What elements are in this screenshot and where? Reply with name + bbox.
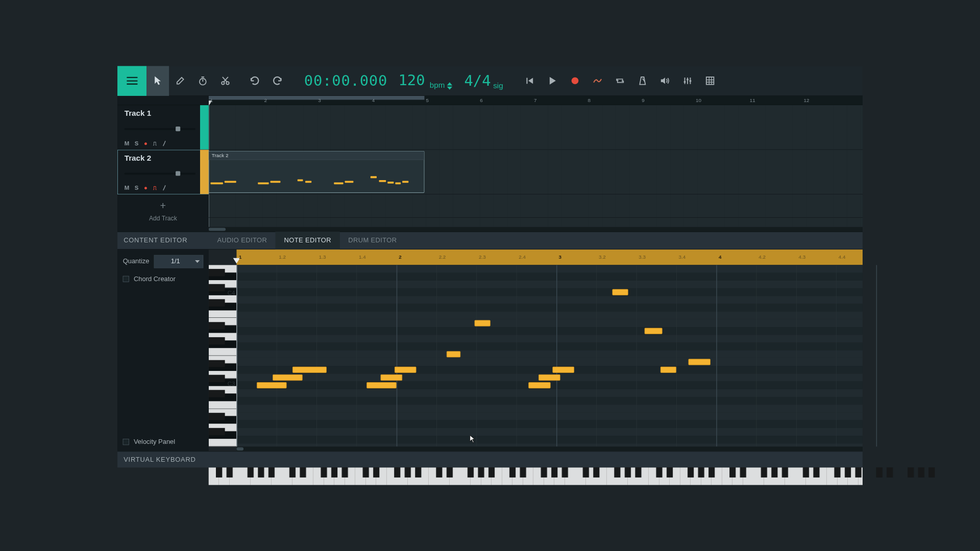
track-name: Track 2 [125, 154, 204, 162]
editor-tab-audio-editor[interactable]: AUDIO EDITOR [209, 232, 276, 249]
svg-rect-14 [689, 80, 691, 82]
midi-note[interactable] [273, 374, 303, 381]
noteeditor-hscroll-thumb[interactable] [236, 447, 243, 450]
mute-button[interactable]: M [125, 140, 130, 146]
record-button[interactable] [564, 66, 586, 96]
redo-button[interactable] [266, 66, 288, 96]
velocity-panel-checkbox[interactable] [123, 439, 129, 445]
automation-icon[interactable]: 〳 [162, 140, 167, 146]
timesig-display[interactable]: 4/4 [453, 72, 491, 89]
track-volume-slider[interactable] [125, 172, 195, 174]
loop-button[interactable] [608, 66, 631, 96]
midi-clip[interactable]: Track 2 [209, 151, 425, 193]
volume-button[interactable] [654, 66, 676, 96]
bpm-spinner[interactable] [447, 82, 453, 89]
automation-icon[interactable]: 〳 [162, 184, 167, 191]
arm-record-button[interactable]: ● [144, 140, 148, 146]
arm-record-button[interactable]: ● [144, 184, 148, 191]
piano-keys[interactable]: C4C3 [209, 265, 237, 446]
pointer-tool[interactable] [146, 66, 169, 96]
ruler-bar-label: 9 [642, 97, 645, 103]
pr-ruler-label: 4.3 [799, 254, 806, 260]
piano-key[interactable] [209, 394, 237, 401]
midi-note[interactable] [257, 382, 287, 388]
arrange-ruler[interactable]: 123456789101112 [209, 96, 863, 105]
piano-key[interactable] [209, 303, 237, 310]
bpm-display[interactable]: 120 [396, 72, 427, 89]
midi-note[interactable] [552, 367, 574, 373]
track-header-2[interactable]: Track 2 M S ● ⎍ 〳 [117, 150, 209, 194]
svg-rect-12 [683, 81, 685, 83]
piano-key[interactable]: C4 [209, 288, 237, 295]
piano-key[interactable] [209, 416, 237, 423]
midi-note[interactable] [528, 382, 550, 388]
midi-note[interactable] [612, 289, 628, 295]
midi-note[interactable] [660, 367, 676, 373]
virtual-keyboard[interactable] [209, 467, 863, 485]
midi-note[interactable] [644, 328, 662, 334]
pr-ruler-label: 1 [239, 254, 242, 260]
loop-region[interactable] [209, 96, 425, 100]
quantize-value: 1/1 [171, 258, 180, 265]
automation-button[interactable] [586, 66, 608, 96]
midi-note[interactable] [292, 367, 327, 373]
grid-button[interactable] [699, 66, 721, 96]
pr-ruler-label: 2.3 [479, 254, 486, 260]
time-display[interactable]: 00:00.000 [296, 72, 396, 89]
content-editor-title: CONTENT EDITOR [117, 237, 209, 244]
track-lane-1[interactable] [209, 105, 863, 149]
piano-key[interactable] [209, 341, 237, 348]
metronome-button[interactable] [631, 66, 654, 96]
track-header-1[interactable]: Track 1 M S ● ⎍ 〳 [117, 105, 209, 149]
piano-key[interactable] [209, 273, 237, 280]
rewind-button[interactable] [519, 66, 541, 96]
timer-tool[interactable] [191, 66, 214, 96]
editor-tab-drum-editor[interactable]: DRUM EDITOR [340, 232, 406, 249]
piano-key[interactable] [209, 439, 237, 446]
mixer-button[interactable] [676, 66, 699, 96]
solo-button[interactable]: S [135, 140, 139, 146]
piano-key[interactable] [209, 348, 237, 356]
noteeditor-hscroll[interactable] [236, 446, 863, 451]
quantize-label: Quantize [123, 258, 150, 265]
midi-note[interactable] [474, 320, 490, 326]
instrument-icon[interactable]: ⎍ [153, 140, 157, 146]
piano-key[interactable]: C3 [209, 379, 237, 386]
track-lane-2[interactable]: Track 2 [209, 150, 863, 194]
note-grid[interactable] [236, 265, 863, 446]
add-track-button[interactable]: + Add Track [117, 194, 209, 232]
mute-button[interactable]: M [125, 184, 130, 191]
noteeditor-ruler[interactable]: 11.21.31.422.22.32.433.23.33.444.24.34.4 [236, 249, 863, 265]
quantize-dropdown[interactable]: 1/1 [154, 255, 204, 268]
piano-key[interactable] [209, 325, 237, 333]
record-icon [571, 77, 578, 84]
piano-key[interactable] [209, 364, 237, 371]
svg-rect-13 [687, 79, 689, 81]
instrument-icon[interactable]: ⎍ [153, 184, 157, 191]
undo-button[interactable] [243, 66, 266, 96]
piano-key[interactable] [209, 310, 237, 318]
midi-note[interactable] [380, 374, 402, 381]
pencil-tool[interactable] [169, 66, 191, 96]
midi-note[interactable] [538, 374, 560, 381]
arrange-hscroll[interactable] [209, 227, 863, 232]
track-volume-slider[interactable] [125, 128, 195, 130]
chord-creator-checkbox[interactable] [123, 276, 129, 282]
piano-key[interactable] [209, 401, 237, 409]
hamburger-icon [127, 77, 137, 85]
play-button[interactable] [541, 66, 564, 96]
midi-note[interactable] [366, 382, 397, 388]
empty-lane[interactable] [209, 194, 863, 218]
ruler-bar-label: 3 [318, 97, 321, 103]
midi-note[interactable] [688, 359, 710, 365]
editor-tab-note-editor[interactable]: NOTE EDITOR [276, 232, 340, 249]
main-menu-button[interactable] [117, 66, 146, 96]
cut-tool[interactable] [214, 66, 236, 96]
arrange-hscroll-thumb[interactable] [209, 228, 226, 231]
pr-ruler-label: 3 [559, 254, 562, 260]
ruler-bar-label: 6 [480, 97, 483, 103]
solo-button[interactable]: S [135, 184, 139, 191]
midi-note[interactable] [395, 367, 416, 373]
piano-key[interactable] [209, 432, 237, 439]
midi-note[interactable] [447, 351, 460, 357]
